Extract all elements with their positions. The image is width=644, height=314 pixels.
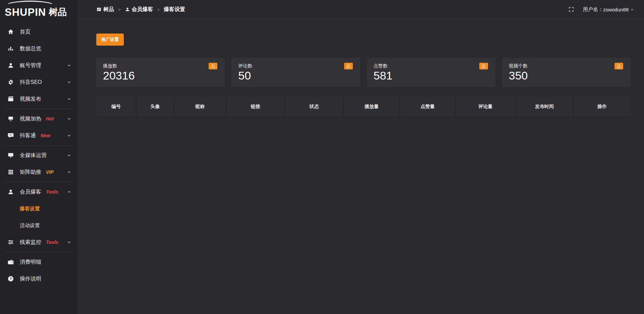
stat-value: 350 <box>509 70 623 82</box>
sidebar-item-all-media-operation[interactable]: 全媒体运营 <box>0 147 77 164</box>
home-icon <box>7 29 14 35</box>
sidebar-item-label: 视频加热 <box>20 115 41 122</box>
stat-card-comments: 评论数 总 50 <box>231 58 360 87</box>
sidebar-item-label: 全媒体运营 <box>20 152 47 159</box>
breadcrumb-item-baoke-settings: 爆客设置 <box>164 6 185 13</box>
sidebar-subitem-label: 爆客设置 <box>20 206 40 212</box>
sidebar-item-label: 抖客通 <box>20 132 36 139</box>
sidebar-subitem-baoke-settings[interactable]: 爆客设置 <box>0 200 77 217</box>
sidebar-subitem-label: 活动设置 <box>20 222 40 229</box>
question-icon: ? <box>7 275 14 282</box>
sliders-icon <box>7 239 14 246</box>
sidebar-divider <box>4 182 73 182</box>
chevron-down-icon <box>67 170 71 174</box>
topbar: 树品>会员爆客>爆客设置 用户名： zswodun88 <box>77 0 644 19</box>
stat-card-likes: 点赞数 总 581 <box>367 58 495 87</box>
username-value: zswodun88 <box>603 7 629 12</box>
breadcrumb-label: 会员爆客 <box>132 6 153 13</box>
stat-label: 评论数 <box>238 63 252 69</box>
sidebar-item-video-publish[interactable]: 视频发布 <box>0 91 77 107</box>
breadcrumb-item-member-baoke[interactable]: 会员爆客 <box>125 6 153 13</box>
stat-value: 20316 <box>103 70 217 82</box>
sidebar-item-clue-monitor[interactable]: 线索监控Tools <box>0 234 77 251</box>
breadcrumb-separator: > <box>157 7 160 12</box>
stat-cards: 播放数 总 20316 评论数 总 50 点赞数 总 <box>96 58 631 87</box>
sidebar-item-matrix-boost[interactable]: 矩阵助推VIP <box>0 164 77 180</box>
content-area: 推广设置 播放数 总 20316 评论数 总 50 <box>77 19 644 314</box>
videos-table: 编号头像昵称链接状态播放量点赞量评论量发布时间操作 <box>96 97 631 117</box>
chat-icon <box>7 132 14 139</box>
tag-badge: Tools <box>46 189 58 195</box>
column-header: 编号 <box>96 97 137 117</box>
column-header: 链接 <box>226 97 285 117</box>
sidebar-item-label: 首页 <box>20 29 31 36</box>
chart-icon <box>7 45 14 52</box>
sidebar-divider <box>4 252 73 252</box>
sidebar-item-account-management[interactable]: 账号管理 <box>0 57 77 74</box>
chevron-down-icon <box>630 8 634 11</box>
chevron-down-icon <box>67 153 71 157</box>
tag-badge: Tools <box>46 240 58 245</box>
sidebar-item-label: 线索监控 <box>20 239 41 246</box>
sidebar-item-consumption-details[interactable]: 消费明细 <box>0 254 77 270</box>
app-window: SHUPIN 树品 首页数据总览账号管理抖音SEO视频发布视频加热Hot抖客通N… <box>0 0 644 314</box>
sidebar-subitem-activity-settings[interactable]: 活动设置 <box>0 217 77 234</box>
column-header: 状态 <box>285 97 344 117</box>
sidebar-divider <box>4 145 73 146</box>
breadcrumb-item-shupin[interactable]: 树品 <box>96 6 114 13</box>
breadcrumb-label: 树品 <box>103 6 114 13</box>
sidebar-item-video-heat[interactable]: 视频加热Hot <box>0 110 77 127</box>
breadcrumb-separator: > <box>118 7 121 12</box>
chevron-down-icon <box>67 63 71 67</box>
brand-logo[interactable]: SHUPIN 树品 <box>0 0 77 21</box>
panel-icon <box>96 7 102 12</box>
sidebar-item-label: 账号管理 <box>20 62 41 69</box>
total-badge: 总 <box>209 63 217 69</box>
chevron-down-icon <box>67 134 71 138</box>
sidebar-item-label: 抖音SEO <box>20 79 42 86</box>
stat-label: 视频个数 <box>509 63 528 69</box>
logo-arc <box>5 1 55 11</box>
fullscreen-icon[interactable] <box>568 6 574 12</box>
column-header: 播放量 <box>344 97 400 117</box>
total-badge: 总 <box>479 63 488 69</box>
svg-text:?: ? <box>10 277 12 281</box>
sidebar-item-douketong[interactable]: 抖客通New <box>0 127 77 144</box>
chevron-down-icon <box>67 97 71 101</box>
topbar-right: 用户名： zswodun88 <box>568 6 634 13</box>
promo-settings-button[interactable]: 推广设置 <box>96 34 124 46</box>
table-header-row: 编号头像昵称链接状态播放量点赞量评论量发布时间操作 <box>96 97 631 117</box>
sidebar: SHUPIN 树品 首页数据总览账号管理抖音SEO视频发布视频加热Hot抖客通N… <box>0 0 77 314</box>
chevron-up-icon <box>67 190 71 194</box>
sidebar-item-operation-guide[interactable]: ?操作说明 <box>0 270 77 287</box>
user-menu[interactable]: 用户名： zswodun88 <box>583 6 634 13</box>
username-label: 用户名： <box>583 6 603 13</box>
sidebar-item-label: 数据总览 <box>20 45 41 52</box>
column-header: 发布时间 <box>516 97 574 117</box>
gear-icon <box>7 79 14 86</box>
tag-badge: Hot <box>46 116 54 121</box>
sidebar-item-member-baoke[interactable]: 会员爆客Tools <box>0 184 77 200</box>
tag-badge: New <box>41 133 50 138</box>
column-header: 评论量 <box>456 97 516 117</box>
main-column: 树品>会员爆客>爆客设置 用户名： zswodun88 推广设置 播放数 总 <box>77 0 644 314</box>
wallet-icon <box>7 259 14 265</box>
breadcrumb: 树品>会员爆客>爆客设置 <box>96 6 185 13</box>
sidebar-item-data-overview[interactable]: 数据总览 <box>0 40 77 57</box>
sidebar-item-label: 矩阵助推 <box>20 169 41 176</box>
column-header: 点赞量 <box>400 97 456 117</box>
user-icon <box>7 189 14 195</box>
sidebar-divider <box>4 109 73 109</box>
video-icon <box>7 96 14 102</box>
sidebar-item-label: 操作说明 <box>20 275 41 282</box>
stat-card-plays: 播放数 总 20316 <box>96 58 225 87</box>
sidebar-item-douyin-seo[interactable]: 抖音SEO <box>0 74 77 91</box>
total-badge: 总 <box>614 63 623 69</box>
user-icon <box>7 62 14 69</box>
tag-badge: VIP <box>46 169 54 175</box>
stat-label: 点赞数 <box>374 63 388 69</box>
stat-card-videos: 视频个数 总 350 <box>502 58 631 87</box>
stat-value: 50 <box>238 70 353 82</box>
sidebar-item-home[interactable]: 首页 <box>0 23 77 40</box>
column-header: 操作 <box>574 97 631 117</box>
